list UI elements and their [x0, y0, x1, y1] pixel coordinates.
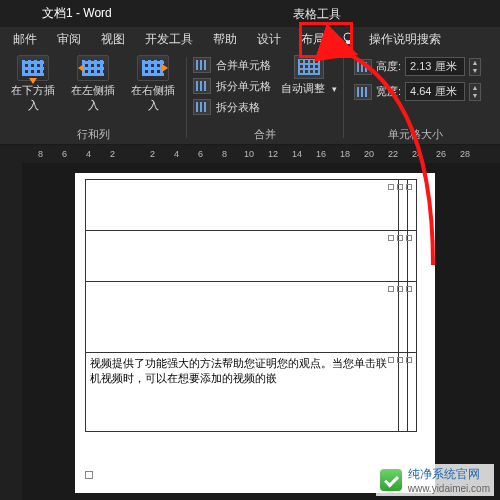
- ruler-tick: 28: [460, 149, 470, 159]
- watermark-brand: 纯净系统官网: [408, 467, 480, 481]
- ruler-tick: 18: [340, 149, 350, 159]
- split-cells-icon: [193, 78, 211, 94]
- width-row: 宽度: 4.64 厘米 ▲▼: [354, 82, 481, 101]
- ruler-tick: 8: [38, 149, 43, 159]
- tell-me-search[interactable]: 操作说明搜索: [359, 27, 451, 51]
- tab-design[interactable]: 设计: [247, 27, 291, 51]
- ruler-tick: 6: [62, 149, 67, 159]
- ruler-tick: 10: [244, 149, 254, 159]
- paragraph-mark: [85, 471, 93, 479]
- height-icon: [354, 59, 372, 75]
- width-input[interactable]: 4.64 厘米: [405, 82, 465, 101]
- insert-right-icon: [137, 55, 169, 81]
- ruler-tick: 26: [436, 149, 446, 159]
- ribbon-tabs: 邮件 审阅 视图 开发工具 帮助 设计 布局 操作说明搜索: [0, 27, 500, 51]
- ruler-tick: 6: [198, 149, 203, 159]
- table-cell[interactable]: [408, 282, 417, 353]
- ruler-tick: 4: [174, 149, 179, 159]
- table-cell[interactable]: [399, 282, 408, 353]
- horizontal-ruler[interactable]: 8 6 4 2 2 4 6 8 10 12 14 16 18 20 22 24 …: [0, 145, 500, 163]
- insert-left-label: 在左侧插入: [66, 83, 120, 113]
- tab-mail[interactable]: 邮件: [3, 27, 47, 51]
- width-icon: [354, 84, 372, 100]
- table-cell[interactable]: [86, 180, 399, 231]
- group-merge: 合并单元格 拆分单元格 拆分表格 自动调整▾ 合并: [187, 51, 343, 144]
- group-cell-size: 高度: 2.13 厘米 ▲▼ 宽度: 4.64 厘米 ▲▼ 单元格大小: [344, 51, 487, 144]
- split-table-button[interactable]: 拆分表格: [193, 99, 271, 115]
- ribbon: 在下方插入 在左侧插入 在右侧插入 行和列 合并单元格 拆分单元格 拆分表格: [0, 51, 500, 145]
- ruler-tick: 2: [150, 149, 155, 159]
- watermark: 纯净系统官网 www.yidaimei.com: [376, 464, 494, 496]
- rows-cols-group-label: 行和列: [77, 125, 110, 142]
- page[interactable]: 视频提供了功能强大的方法帮助您证明您的观点。当您单击联机视频时，可以在想要添加的…: [75, 173, 435, 493]
- merge-cells-label: 合并单元格: [216, 58, 271, 73]
- group-rows-cols: 在下方插入 在左侧插入 在右侧插入 行和列: [0, 51, 186, 144]
- merge-cells-icon: [193, 57, 211, 73]
- table-cell[interactable]: [408, 180, 417, 231]
- table-cell[interactable]: [408, 231, 417, 282]
- tab-view[interactable]: 视图: [91, 27, 135, 51]
- insert-left-icon: [77, 55, 109, 81]
- cell-size-group-label: 单元格大小: [388, 125, 443, 142]
- ruler-tick: 2: [110, 149, 115, 159]
- height-row: 高度: 2.13 厘米 ▲▼: [354, 57, 481, 76]
- ruler-tick: 16: [316, 149, 326, 159]
- width-stepper[interactable]: ▲▼: [469, 83, 481, 101]
- table-cell[interactable]: 视频提供了功能强大的方法帮助您证明您的观点。当您单击联机视频时，可以在想要添加的…: [86, 353, 399, 432]
- insert-right-label: 在右侧插入: [126, 83, 180, 113]
- insert-left-button[interactable]: 在左侧插入: [66, 55, 120, 113]
- height-input[interactable]: 2.13 厘米: [405, 57, 465, 76]
- table-cell[interactable]: [86, 231, 399, 282]
- window-title: 文档1 - Word: [42, 5, 112, 22]
- vertical-ruler[interactable]: [0, 163, 22, 500]
- ruler-tick: 12: [268, 149, 278, 159]
- svg-point-0: [344, 33, 352, 41]
- tab-layout[interactable]: 布局: [291, 27, 335, 51]
- insert-below-icon: [17, 55, 49, 81]
- ruler-tick: 4: [86, 149, 91, 159]
- table-cell[interactable]: [86, 282, 399, 353]
- tab-dev[interactable]: 开发工具: [135, 27, 203, 51]
- auto-adjust-icon: [294, 55, 324, 79]
- tab-help[interactable]: 帮助: [203, 27, 247, 51]
- height-stepper[interactable]: ▲▼: [469, 58, 481, 76]
- split-table-icon: [193, 99, 211, 115]
- merge-cells-button[interactable]: 合并单元格: [193, 57, 271, 73]
- document-area[interactable]: 视频提供了功能强大的方法帮助您证明您的观点。当您单击联机视频时，可以在想要添加的…: [0, 163, 500, 500]
- insert-below-label: 在下方插入: [6, 83, 60, 113]
- split-cells-label: 拆分单元格: [216, 79, 271, 94]
- height-label: 高度:: [376, 59, 401, 74]
- insert-below-button[interactable]: 在下方插入: [6, 55, 60, 113]
- auto-adjust-label: 自动调整: [281, 81, 325, 96]
- table-tools-label: 表格工具: [293, 6, 341, 23]
- table-cell[interactable]: [408, 353, 417, 432]
- watermark-icon: [380, 469, 402, 491]
- chevron-down-icon: ▾: [332, 84, 337, 94]
- auto-adjust-button[interactable]: 自动调整▾: [281, 81, 337, 96]
- ruler-tick: 14: [292, 149, 302, 159]
- ruler-tick: 20: [364, 149, 374, 159]
- tab-review[interactable]: 审阅: [47, 27, 91, 51]
- merge-group-label: 合并: [254, 125, 276, 142]
- ruler-tick: 24: [412, 149, 422, 159]
- table-cell[interactable]: [399, 353, 408, 432]
- title-bar: 文档1 - Word: [0, 0, 500, 27]
- word-table[interactable]: 视频提供了功能强大的方法帮助您证明您的观点。当您单击联机视频时，可以在想要添加的…: [85, 179, 417, 432]
- split-table-label: 拆分表格: [216, 100, 260, 115]
- ruler-tick: 22: [388, 149, 398, 159]
- split-cells-button[interactable]: 拆分单元格: [193, 78, 271, 94]
- watermark-url: www.yidaimei.com: [408, 483, 490, 494]
- ruler-tick: 8: [222, 149, 227, 159]
- svg-rect-1: [346, 41, 350, 44]
- lightbulb-icon: [341, 32, 355, 46]
- insert-right-button[interactable]: 在右侧插入: [126, 55, 180, 113]
- width-label: 宽度:: [376, 84, 401, 99]
